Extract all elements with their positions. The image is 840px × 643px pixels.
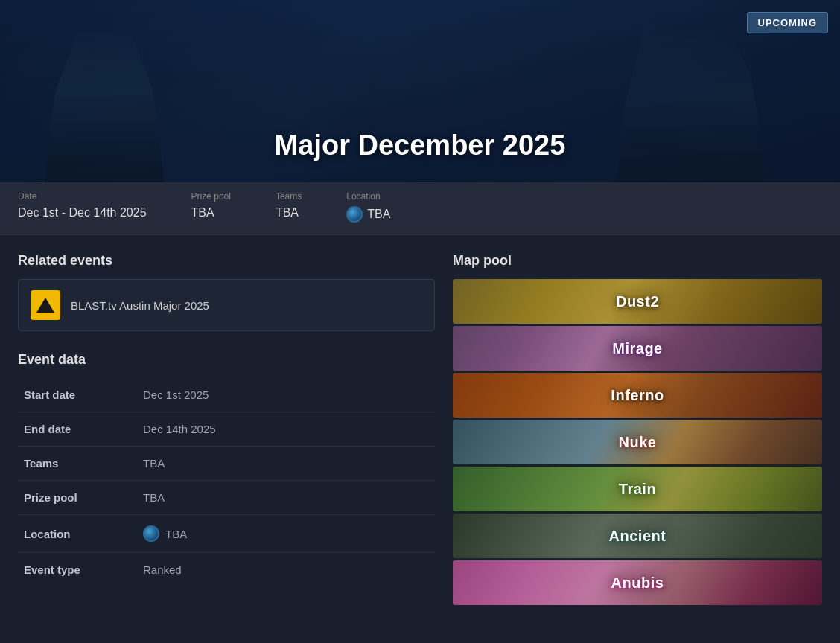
event-row-label: Prize pool	[18, 481, 137, 515]
related-events-title: Related events	[18, 253, 435, 269]
map-item-anubis[interactable]: Anubis	[453, 560, 822, 605]
upcoming-badge: UPCOMING	[747, 12, 829, 33]
event-table-row: TeamsTBA	[18, 447, 435, 481]
meta-prize-pool: Prize pool TBA	[191, 191, 231, 220]
meta-bar: Date Dec 1st - Dec 14th 2025 Prize pool …	[0, 182, 840, 235]
map-item-mirage[interactable]: Mirage	[453, 326, 822, 371]
meta-teams-value: TBA	[276, 206, 302, 220]
map-label: Train	[453, 467, 822, 511]
event-row-value: Dec 1st 2025	[137, 378, 435, 412]
map-item-nuke[interactable]: Nuke	[453, 420, 822, 464]
event-row-label: Start date	[18, 378, 137, 412]
blast-logo	[31, 290, 60, 320]
event-table-row: LocationTBA	[18, 515, 435, 553]
meta-location-value: TBA	[346, 206, 390, 223]
event-data-section: Event data Start dateDec 1st 2025End dat…	[18, 352, 435, 586]
event-table-row: Start dateDec 1st 2025	[18, 378, 435, 412]
map-label: Inferno	[453, 373, 822, 418]
map-item-ancient[interactable]: Ancient	[453, 514, 822, 558]
event-row-label: Teams	[18, 447, 137, 481]
meta-prize-value: TBA	[191, 206, 231, 220]
map-grid: Dust2MirageInfernoNukeTrainAncientAnubis	[453, 279, 822, 605]
meta-teams: Teams TBA	[276, 191, 302, 220]
left-column: Related events BLAST.tv Austin Major 202…	[18, 253, 435, 586]
map-item-dust2[interactable]: Dust2	[453, 279, 822, 324]
event-data-table: Start dateDec 1st 2025End dateDec 14th 2…	[18, 378, 435, 586]
event-row-value: Dec 14th 2025	[137, 412, 435, 447]
blast-triangle-icon	[36, 298, 54, 313]
map-item-inferno[interactable]: Inferno	[453, 373, 822, 418]
related-events-section: Related events BLAST.tv Austin Major 202…	[18, 253, 435, 331]
map-pool-title: Map pool	[453, 253, 822, 269]
meta-prize-label: Prize pool	[191, 191, 231, 202]
event-row-label: Location	[18, 515, 137, 553]
event-table-row: Prize poolTBA	[18, 481, 435, 515]
meta-location-text: TBA	[367, 208, 390, 221]
hero-banner: UPCOMING Major December 2025	[0, 0, 840, 182]
event-table-row: End dateDec 14th 2025	[18, 412, 435, 447]
map-label: Anubis	[453, 560, 822, 605]
meta-date-label: Date	[18, 191, 147, 202]
map-label: Ancient	[453, 514, 822, 558]
globe-icon	[143, 525, 159, 542]
event-row-label: Event type	[18, 553, 137, 587]
related-event-name: BLAST.tv Austin Major 2025	[71, 299, 209, 312]
meta-location: Location TBA	[346, 191, 390, 223]
event-row-value: Ranked	[137, 553, 435, 587]
event-data-title: Event data	[18, 352, 435, 368]
meta-teams-label: Teams	[276, 191, 302, 202]
meta-location-label: Location	[346, 191, 390, 202]
meta-date: Date Dec 1st - Dec 14th 2025	[18, 191, 147, 220]
globe-icon	[346, 206, 363, 223]
map-item-train[interactable]: Train	[453, 467, 822, 511]
meta-date-value: Dec 1st - Dec 14th 2025	[18, 206, 147, 220]
related-event-item[interactable]: BLAST.tv Austin Major 2025	[18, 279, 435, 331]
map-label: Dust2	[453, 279, 822, 324]
event-row-value: TBA	[137, 481, 435, 515]
map-pool-section: Map pool Dust2MirageInfernoNukeTrainAnci…	[453, 253, 822, 605]
map-label: Nuke	[453, 420, 822, 464]
event-row-value: TBA	[137, 447, 435, 481]
map-label: Mirage	[453, 326, 822, 371]
main-content: Related events BLAST.tv Austin Major 202…	[0, 235, 840, 623]
event-row-value: TBA	[137, 515, 435, 553]
event-table-row: Event typeRanked	[18, 553, 435, 587]
right-column: Map pool Dust2MirageInfernoNukeTrainAnci…	[453, 253, 822, 605]
event-row-label: End date	[18, 412, 137, 447]
page-title: Major December 2025	[0, 129, 840, 161]
